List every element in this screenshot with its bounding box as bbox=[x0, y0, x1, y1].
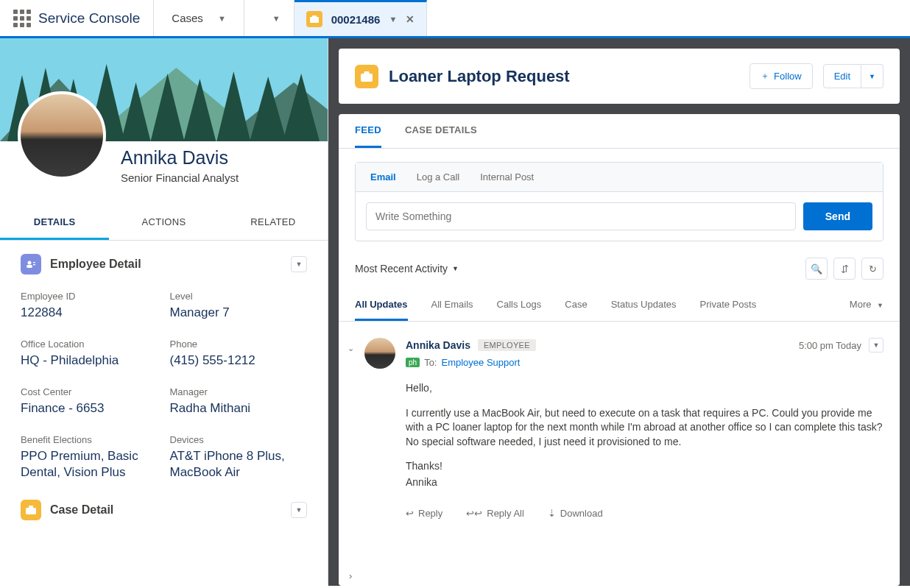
filter-case[interactable]: Case bbox=[565, 290, 587, 321]
filter-calls-logs[interactable]: Calls Logs bbox=[497, 290, 542, 321]
field-cost-center: Cost Center Finance - 6653 bbox=[21, 386, 158, 417]
action-label: Reply bbox=[418, 508, 442, 519]
detail-tabs: FEED CASE DETAILS bbox=[339, 114, 900, 149]
field-devices: Devices AT&T iPhone 8 Plus, MacBook Air bbox=[170, 434, 308, 481]
feed-item: ⌄ Annika Davis EMPLOYEE 5:00 pm Today ▼ … bbox=[339, 322, 900, 528]
nav-item-cases[interactable]: Cases ▼ bbox=[154, 0, 244, 36]
field-label: Level bbox=[170, 291, 308, 302]
expand-feed-toggle[interactable]: › bbox=[349, 570, 352, 581]
person-title: Senior Financial Analyst bbox=[121, 171, 328, 184]
person-name: Annika Davis bbox=[121, 147, 328, 169]
feed-filters: All Updates All Emails Calls Logs Case S… bbox=[339, 290, 900, 322]
feed-item-menu[interactable]: ▼ bbox=[869, 338, 883, 353]
field-label: Cost Center bbox=[21, 386, 158, 397]
email-thanks: Thanks! bbox=[406, 459, 883, 474]
filter-all-emails[interactable]: All Emails bbox=[431, 290, 473, 321]
field-label: Manager bbox=[170, 386, 308, 397]
close-icon[interactable]: ✕ bbox=[406, 13, 415, 25]
send-button[interactable]: Send bbox=[803, 202, 872, 230]
filter-more[interactable]: More ▼ bbox=[850, 290, 883, 321]
field-manager: Manager Radha Mithani bbox=[170, 386, 308, 417]
pub-tab-internal-post[interactable]: Internal Post bbox=[480, 171, 534, 183]
section-title: Employee Detail bbox=[50, 258, 282, 271]
employee-detail-section: Employee Detail ▼ Employee ID 122884 Lev… bbox=[0, 241, 328, 494]
tab-related[interactable]: RELATED bbox=[219, 206, 328, 240]
app-launcher[interactable]: Service Console bbox=[0, 0, 154, 36]
svg-rect-23 bbox=[364, 71, 370, 74]
field-value: 122884 bbox=[21, 305, 158, 321]
field-value: (415) 555-1212 bbox=[170, 353, 308, 369]
workspace-tab[interactable]: 00021486 ▼ ✕ bbox=[294, 0, 428, 36]
svg-rect-0 bbox=[310, 17, 319, 23]
avatar bbox=[18, 91, 106, 180]
reply-action[interactable]: ↩ Reply bbox=[406, 508, 442, 519]
field-label: Benefit Elections bbox=[21, 434, 158, 445]
svg-point-16 bbox=[28, 261, 32, 265]
to-label: To: bbox=[424, 357, 437, 368]
follow-button[interactable]: ＋ Follow bbox=[749, 63, 813, 89]
download-action[interactable]: ⇣ Download bbox=[548, 508, 603, 519]
svg-rect-22 bbox=[361, 74, 373, 82]
field-value: AT&T iPhone 8 Plus, MacBook Air bbox=[170, 448, 308, 481]
download-icon: ⇣ bbox=[548, 508, 556, 519]
email-signature: Annika bbox=[406, 475, 883, 490]
nav-overflow[interactable]: ▼ bbox=[244, 0, 294, 36]
nav-item-label: Cases bbox=[172, 12, 203, 24]
chevron-down-icon: ▼ bbox=[877, 302, 883, 309]
chevron-down-icon: ▼ bbox=[218, 14, 226, 23]
feed-expand-button[interactable]: ⇵ bbox=[833, 258, 856, 280]
compose-input[interactable] bbox=[366, 202, 796, 230]
tab-case-details[interactable]: CASE DETAILS bbox=[405, 114, 477, 148]
feed-author[interactable]: Annika Davis bbox=[406, 339, 470, 351]
chevron-down-icon[interactable]: ▼ bbox=[389, 15, 397, 24]
field-phone: Phone (415) 555-1212 bbox=[170, 339, 308, 369]
section-menu-button[interactable]: ▼ bbox=[291, 256, 307, 272]
to-recipient-link[interactable]: Employee Support bbox=[441, 357, 520, 368]
field-office-location: Office Location HQ - Philadelphia bbox=[21, 339, 158, 369]
case-icon bbox=[355, 65, 378, 88]
reply-all-action[interactable]: ↩↩ Reply All bbox=[466, 508, 524, 519]
action-label: Download bbox=[560, 508, 603, 519]
field-value: HQ - Philadelphia bbox=[21, 353, 158, 369]
filter-private-posts[interactable]: Private Posts bbox=[700, 290, 757, 321]
case-header-card: Loaner Laptop Request ＋ Follow Edit ▼ bbox=[339, 49, 900, 104]
employee-badge: EMPLOYEE bbox=[478, 339, 536, 351]
field-label: Employee ID bbox=[21, 291, 158, 302]
svg-rect-17 bbox=[27, 265, 32, 268]
case-title: Loaner Laptop Request bbox=[389, 67, 739, 86]
edit-button[interactable]: Edit bbox=[823, 64, 861, 88]
feed-search-button[interactable]: 🔍 bbox=[805, 258, 828, 280]
pub-tab-email[interactable]: Email bbox=[370, 171, 396, 183]
feed-timestamp: 5:00 pm Today bbox=[799, 340, 861, 351]
chevron-down-icon: ▼ bbox=[272, 14, 281, 23]
section-menu-button[interactable]: ▼ bbox=[291, 502, 307, 518]
pub-tab-log-call[interactable]: Log a Call bbox=[417, 171, 460, 183]
publisher: Email Log a Call Internal Post Send bbox=[355, 162, 883, 241]
sort-label-text: Most Recent Activity bbox=[355, 263, 448, 274]
case-detail-section: Case Detail ▼ bbox=[0, 494, 328, 523]
svg-rect-18 bbox=[33, 262, 35, 263]
expand-icon: ⇵ bbox=[841, 263, 849, 274]
field-value: Manager 7 bbox=[170, 305, 308, 321]
email-body: Hello, I currently use a MacBook Air, bu… bbox=[406, 381, 883, 490]
edit-menu-button[interactable]: ▼ bbox=[861, 64, 883, 88]
tab-details[interactable]: DETAILS bbox=[0, 206, 109, 240]
section-title: Case Detail bbox=[50, 503, 282, 517]
tab-feed[interactable]: FEED bbox=[355, 114, 381, 148]
app-launcher-icon bbox=[13, 10, 31, 27]
feed-refresh-button[interactable]: ↻ bbox=[861, 258, 883, 280]
chevron-down-icon: ▼ bbox=[869, 73, 875, 80]
collapse-toggle[interactable]: ⌄ bbox=[348, 338, 354, 519]
case-icon bbox=[306, 11, 322, 27]
filter-all-updates[interactable]: All Updates bbox=[355, 290, 408, 321]
filter-status-updates[interactable]: Status Updates bbox=[611, 290, 677, 321]
svg-rect-1 bbox=[312, 15, 317, 18]
tab-actions[interactable]: ACTIONS bbox=[109, 206, 218, 240]
svg-rect-19 bbox=[33, 264, 35, 265]
sort-dropdown[interactable]: Most Recent Activity ▼ bbox=[355, 263, 459, 274]
field-employee-id: Employee ID 122884 bbox=[21, 291, 158, 321]
left-panel: Annika Davis Senior Financial Analyst DE… bbox=[0, 38, 328, 586]
button-label: Edit bbox=[834, 71, 850, 82]
avatar bbox=[364, 338, 395, 369]
field-benefit-elections: Benefit Elections PPO Premium, Basic Den… bbox=[21, 434, 158, 481]
